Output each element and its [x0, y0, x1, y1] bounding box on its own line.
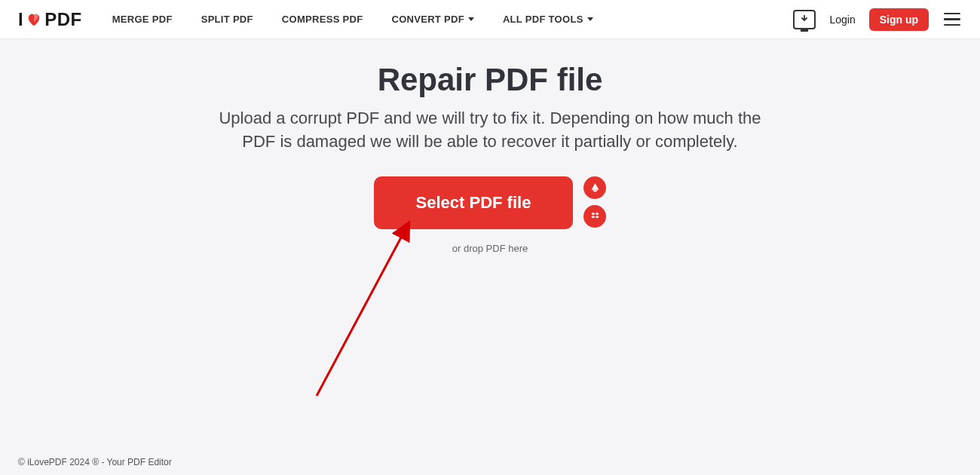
brand-logo[interactable]: I PDF: [18, 9, 82, 30]
login-link[interactable]: Login: [829, 14, 855, 26]
select-pdf-button[interactable]: Select PDF file: [374, 176, 574, 229]
nav-convert-label: CONVERT PDF: [391, 14, 464, 25]
menu-icon[interactable]: [942, 11, 962, 28]
brand-prefix: I: [18, 9, 23, 30]
brand-suffix: PDF: [44, 9, 82, 30]
top-header: I PDF MERGE PDF SPLIT PDF COMPRESS PDF C…: [0, 0, 980, 39]
cloud-upload-buttons: [583, 176, 606, 228]
header-actions: Login Sign up: [793, 8, 962, 31]
footer-text: © iLovePDF 2024 ® - Your PDF Editor: [18, 457, 172, 467]
main-content: Repair PDF file Upload a corrupt PDF and…: [0, 39, 980, 254]
nav-all-tools[interactable]: ALL PDF TOOLS: [503, 14, 593, 25]
signup-button[interactable]: Sign up: [869, 8, 929, 31]
google-drive-button[interactable]: [583, 176, 606, 199]
main-nav: MERGE PDF SPLIT PDF COMPRESS PDF CONVERT…: [112, 14, 593, 25]
nav-compress[interactable]: COMPRESS PDF: [282, 14, 363, 25]
nav-split[interactable]: SPLIT PDF: [201, 14, 253, 25]
nav-convert[interactable]: CONVERT PDF: [391, 14, 473, 25]
page-subtitle: Upload a corrupt PDF and we will try to …: [219, 107, 761, 154]
page-title: Repair PDF file: [0, 62, 980, 98]
desktop-download-icon[interactable]: [793, 10, 816, 29]
chevron-down-icon: [587, 17, 593, 21]
nav-merge[interactable]: MERGE PDF: [112, 14, 173, 25]
chevron-down-icon: [468, 17, 474, 21]
nav-all-label: ALL PDF TOOLS: [503, 14, 583, 25]
dropbox-button[interactable]: [583, 205, 606, 228]
drop-hint: or drop PDF here: [0, 243, 980, 254]
upload-area: Select PDF file: [374, 176, 607, 229]
heart-icon: [25, 11, 43, 28]
